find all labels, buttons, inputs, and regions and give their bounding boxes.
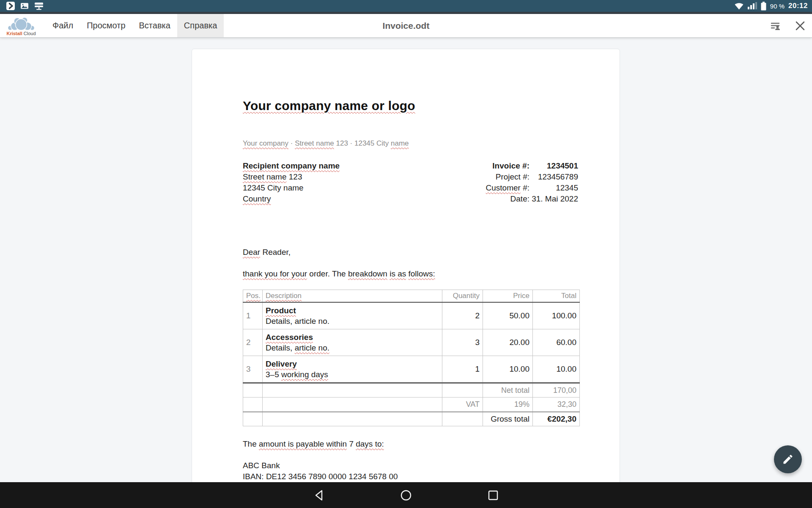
recipient-country: Country bbox=[243, 193, 271, 204]
sender-seg: Your company bbox=[243, 139, 288, 147]
intro-seg: follows: bbox=[409, 269, 435, 278]
meta-row-customer: Customer #: 12345 bbox=[486, 182, 578, 193]
row-pos: 2 bbox=[243, 329, 263, 356]
cloud-logo-icon bbox=[6, 15, 36, 32]
invoice-items-table: Pos. Description Quantity Price Total 1 … bbox=[243, 290, 580, 426]
row-pos: 1 bbox=[243, 302, 263, 329]
item-detail-seg: Details, article no. bbox=[266, 317, 329, 326]
status-bar-system-icons: 90 % 20:12 bbox=[734, 2, 812, 11]
back-button[interactable] bbox=[312, 488, 326, 502]
sender-line: Your company · Street name 123 · 12345 C… bbox=[243, 139, 578, 148]
recipient-street-seg: Street name bbox=[243, 172, 287, 181]
net-total-value: 170,00 bbox=[533, 383, 580, 398]
intro-seg: thank you for your bbox=[243, 269, 307, 278]
project-number-value: 123456789 bbox=[529, 171, 578, 182]
date-label: Date: bbox=[510, 193, 529, 204]
item-detail-seg: Details, bbox=[266, 343, 295, 352]
meta-row-project: Project #: 123456789 bbox=[486, 171, 578, 182]
gross-total-value: €202,30 bbox=[533, 412, 580, 426]
iban-line: IBAN: DE12 3456 7890 0000 1234 5678 00 bbox=[243, 471, 578, 482]
sender-sep: · bbox=[288, 139, 295, 147]
item-total: 100.00 bbox=[533, 302, 580, 329]
item-price: 10.00 bbox=[483, 356, 533, 383]
gross-total-row: Gross total €202,30 bbox=[243, 412, 580, 426]
screenshot-icon bbox=[20, 1, 29, 11]
menu-help[interactable]: Справка bbox=[177, 14, 224, 37]
close-icon[interactable] bbox=[795, 20, 806, 31]
item-price: 50.00 bbox=[483, 302, 533, 329]
item-quantity: 1 bbox=[442, 356, 483, 383]
intro-seg: breakdown bbox=[348, 269, 387, 278]
intro-seg: order. The bbox=[307, 269, 348, 278]
date-value: 31. Mai 2022 bbox=[529, 193, 578, 204]
net-total-label: Net total bbox=[483, 383, 533, 398]
item-quantity: 2 bbox=[442, 302, 483, 329]
item-name: Delivery bbox=[266, 359, 297, 368]
signal-icon bbox=[748, 2, 757, 10]
address-meta-row: Recipient company name Street name 123 1… bbox=[243, 160, 578, 204]
col-header-description: Description bbox=[266, 292, 302, 300]
intro-line: thank you for your order. The breakdown … bbox=[243, 268, 578, 279]
company-heading: Your company name or logo bbox=[243, 99, 578, 113]
sender-seg: 123 · 12345 City bbox=[334, 139, 391, 147]
vat-value: 32,30 bbox=[533, 398, 580, 412]
customer-number-value: 12345 bbox=[529, 182, 578, 193]
item-price: 20.00 bbox=[483, 329, 533, 356]
item-quantity: 3 bbox=[442, 329, 483, 356]
recipient-street: Street name 123 bbox=[243, 171, 340, 182]
collaborators-icon[interactable] bbox=[770, 20, 781, 31]
net-total-row: Net total 170,00 bbox=[243, 383, 580, 398]
android-status-bar: 90 % 20:12 bbox=[0, 0, 812, 12]
toolbar-actions bbox=[770, 14, 806, 37]
item-name: Product bbox=[266, 306, 296, 315]
col-header-price: Price bbox=[483, 290, 533, 303]
closing-seg: days to: bbox=[356, 439, 384, 448]
item-name: Accessories bbox=[266, 333, 313, 342]
recipient-street-seg: 123 bbox=[287, 172, 302, 181]
item-detail: Details, article no. bbox=[266, 316, 439, 326]
bank-name: ABC Bank bbox=[243, 460, 578, 471]
present-icon bbox=[34, 1, 44, 11]
menu-insert[interactable]: Вставка bbox=[132, 14, 177, 37]
document-title: Invoice.odt bbox=[383, 14, 430, 37]
clock: 20:12 bbox=[788, 2, 808, 10]
intro-seg: is as bbox=[390, 269, 406, 278]
menu-view[interactable]: Просмотр bbox=[80, 14, 132, 37]
table-row: 2 Accessories Details, article no. 3 20.… bbox=[243, 329, 580, 356]
home-button[interactable] bbox=[399, 488, 413, 502]
customer-number-label: Customer #: bbox=[486, 182, 529, 193]
closing-seg: 7 bbox=[347, 439, 356, 448]
chevron-app-icon bbox=[6, 1, 15, 11]
item-detail-seg: 3–5 bbox=[266, 370, 281, 379]
wifi-icon bbox=[734, 2, 744, 10]
greeting-line: Dear Reader, bbox=[243, 247, 578, 258]
edit-fab-button[interactable] bbox=[774, 445, 802, 473]
item-detail: 3–5 working days bbox=[266, 369, 439, 380]
invoice-number-value: 1234501 bbox=[529, 160, 578, 171]
closing-seg: The bbox=[243, 439, 259, 448]
status-bar-notification-icons bbox=[0, 1, 44, 11]
item-detail: Details, article no. bbox=[266, 342, 439, 353]
item-detail-seg: article no. bbox=[295, 343, 329, 352]
col-header-total: Total bbox=[533, 290, 580, 303]
greeting-seg: Reader, bbox=[260, 248, 291, 257]
customer-label-seg: #: bbox=[521, 183, 529, 192]
document-view[interactable]: Your company name or logo Your company ·… bbox=[0, 37, 812, 482]
back-icon bbox=[313, 489, 325, 502]
table-header-row: Pos. Description Quantity Price Total bbox=[243, 290, 580, 303]
closing-seg: amount is payable within bbox=[259, 439, 347, 448]
table-row: 1 Product Details, article no. 2 50.00 1… bbox=[243, 302, 580, 329]
customer-label-seg: Customer bbox=[486, 183, 521, 192]
pencil-icon bbox=[782, 453, 794, 465]
recipient-block: Recipient company name Street name 123 1… bbox=[243, 160, 340, 204]
menu-bar: Файл Просмотр Вставка Справка bbox=[46, 14, 224, 37]
battery-percent: 90 % bbox=[770, 3, 785, 10]
android-nav-bar bbox=[0, 482, 812, 508]
recents-button[interactable] bbox=[486, 488, 500, 502]
gross-total-label: Gross total bbox=[483, 412, 533, 426]
vat-label: VAT bbox=[442, 398, 483, 412]
recipient-city: 12345 City name bbox=[243, 182, 340, 193]
menu-file[interactable]: Файл bbox=[46, 14, 80, 37]
brand-logo: Kristall Cloud bbox=[4, 14, 38, 37]
battery-icon bbox=[761, 2, 766, 11]
